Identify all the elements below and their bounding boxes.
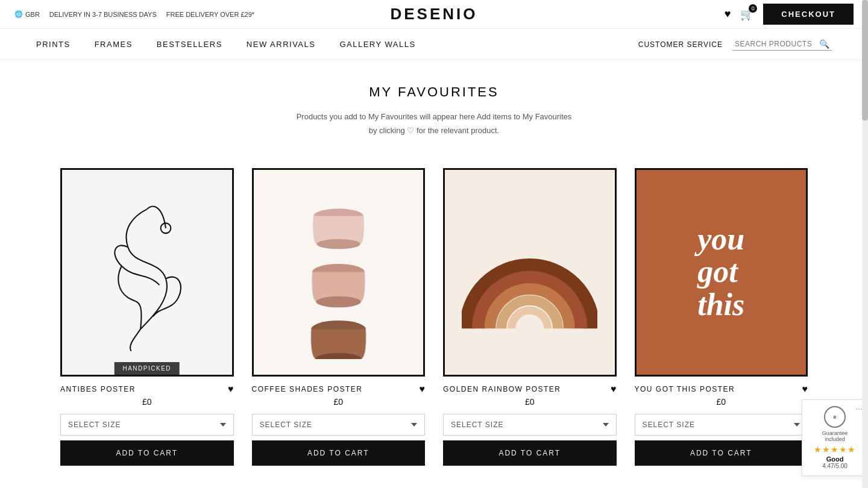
favourite-button-coffee[interactable]: ♥ <box>420 384 426 395</box>
nav-frames[interactable]: FRAMES <box>95 40 133 49</box>
checkout-button[interactable]: CHECKOUT <box>763 4 854 25</box>
product-name-rainbow: GOLDEN RAINBOW POSTER <box>443 385 561 393</box>
product-card-antibes: HANDPICKED ANTIBES POSTER ♥ £0 SELECT SI… <box>60 168 234 466</box>
nav-gallery-walls[interactable]: GALLERY WALLS <box>339 40 415 49</box>
region-label: GBR <box>25 11 40 18</box>
product-info-yougot: YOU GOT THIS POSTER ♥ <box>635 384 808 395</box>
product-info-coffee: COFFEE SHADES POSTER ♥ <box>252 384 426 395</box>
trust-label: Good <box>811 455 859 463</box>
favourite-button-antibes[interactable]: ♥ <box>228 384 234 395</box>
product-price-yougot: £0 <box>635 397 808 407</box>
cart-count: 0 <box>749 4 757 13</box>
svg-point-2 <box>316 239 360 249</box>
trustpilot-badge: ··· e Guaranteeincluded ★★★★★ Good 4.47/… <box>802 399 868 476</box>
product-image-rainbow[interactable] <box>443 168 617 377</box>
product-price-rainbow: £0 <box>443 397 617 407</box>
trust-stars: ★★★★★ <box>811 445 859 454</box>
site-logo[interactable]: DESENIO <box>390 5 477 23</box>
trustpilot-logo: e <box>824 406 846 428</box>
product-name-yougot: YOU GOT THIS POSTER <box>635 385 735 393</box>
nav-bestsellers[interactable]: BESTSELLERS <box>157 40 222 49</box>
nav-new-arrivals[interactable]: NEW ARRIVALS <box>247 40 316 49</box>
scrollbar-thumb[interactable] <box>862 0 868 120</box>
guarantee-label: Guaranteeincluded <box>811 430 859 442</box>
size-select-rainbow[interactable]: SELECT SIZE <box>443 414 617 436</box>
search-icon[interactable]: 🔍 <box>819 39 829 49</box>
add-to-cart-rainbow[interactable]: ADD TO CART <box>443 440 617 466</box>
delivery-text: DELIVERY IN 3-7 BUSINESS DAYS <box>49 11 157 18</box>
search-box: 🔍 <box>732 38 832 51</box>
product-info-antibes: ANTIBES POSTER ♥ <box>60 384 234 395</box>
nav-bar: PRINTS FRAMES BESTSELLERS NEW ARRIVALS G… <box>0 29 868 60</box>
product-info-rainbow: GOLDEN RAINBOW POSTER ♥ <box>443 384 617 395</box>
favourite-button-rainbow[interactable]: ♥ <box>611 384 617 395</box>
nav-prints[interactable]: PRINTS <box>36 40 71 49</box>
svg-point-4 <box>316 296 360 308</box>
product-image-antibes[interactable]: HANDPICKED <box>60 168 234 377</box>
product-name-antibes: ANTIBES POSTER <box>60 385 136 393</box>
product-price-coffee: £0 <box>252 397 426 407</box>
product-image-coffee[interactable] <box>252 168 426 377</box>
customer-service-link[interactable]: CUSTOMER SERVICE <box>638 40 723 49</box>
free-delivery-text: FREE DELIVERY OVER £29* <box>166 11 254 18</box>
wishlist-button[interactable]: ♥ <box>725 8 731 20</box>
product-card-coffee: COFFEE SHADES POSTER ♥ £0 SELECT SIZE AD… <box>252 168 426 466</box>
size-select-coffee[interactable]: SELECT SIZE <box>252 414 426 436</box>
page-subtitle: Products you add to My Favourites will a… <box>60 110 808 138</box>
page-title: MY FAVOURITES <box>60 84 808 100</box>
page-content: MY FAVOURITES Products you add to My Fav… <box>0 60 868 488</box>
add-to-cart-antibes[interactable]: ADD TO CART <box>60 440 234 466</box>
size-select-antibes[interactable]: SELECT SIZE <box>60 414 234 436</box>
svg-rect-8 <box>521 320 539 331</box>
add-to-cart-yougot[interactable]: ADD TO CART <box>635 440 808 466</box>
nav-right: CUSTOMER SERVICE 🔍 <box>638 38 832 51</box>
favourite-button-yougot[interactable]: ♥ <box>802 384 808 395</box>
add-to-cart-coffee[interactable]: ADD TO CART <box>252 440 426 466</box>
search-input[interactable] <box>735 40 819 48</box>
top-bar-right: ♥ 🛒 0 CHECKOUT <box>725 4 854 25</box>
region-selector[interactable]: 🌐 GBR <box>14 10 40 18</box>
product-card-rainbow: GOLDEN RAINBOW POSTER ♥ £0 SELECT SIZE A… <box>443 168 617 466</box>
product-image-yougot[interactable]: yougotthis <box>635 168 808 377</box>
cart-button[interactable]: 🛒 0 <box>740 8 753 21</box>
trust-score: 4.47/5.00 <box>811 463 859 469</box>
product-card-yougot: yougotthis YOU GOT THIS POSTER ♥ £0 SELE… <box>635 168 808 466</box>
size-select-yougot[interactable]: SELECT SIZE <box>635 414 808 436</box>
yougot-art-text: yougotthis <box>685 211 756 334</box>
nav-links: PRINTS FRAMES BESTSELLERS NEW ARRIVALS G… <box>36 40 416 49</box>
globe-icon: 🌐 <box>14 10 23 18</box>
subtitle-line1: Products you add to My Favourites will a… <box>297 112 572 121</box>
product-price-antibes: £0 <box>60 397 234 407</box>
scrollbar[interactable] <box>862 0 868 488</box>
top-bar-left: 🌐 GBR DELIVERY IN 3-7 BUSINESS DAYS FREE… <box>14 10 254 18</box>
product-name-coffee: COFFEE SHADES POSTER <box>252 385 363 393</box>
subtitle-line2: by clicking ♡ for the relevant product. <box>369 126 500 135</box>
handpicked-badge: HANDPICKED <box>114 362 180 375</box>
product-grid: HANDPICKED ANTIBES POSTER ♥ £0 SELECT SI… <box>60 168 808 466</box>
top-bar: 🌐 GBR DELIVERY IN 3-7 BUSINESS DAYS FREE… <box>0 0 868 29</box>
